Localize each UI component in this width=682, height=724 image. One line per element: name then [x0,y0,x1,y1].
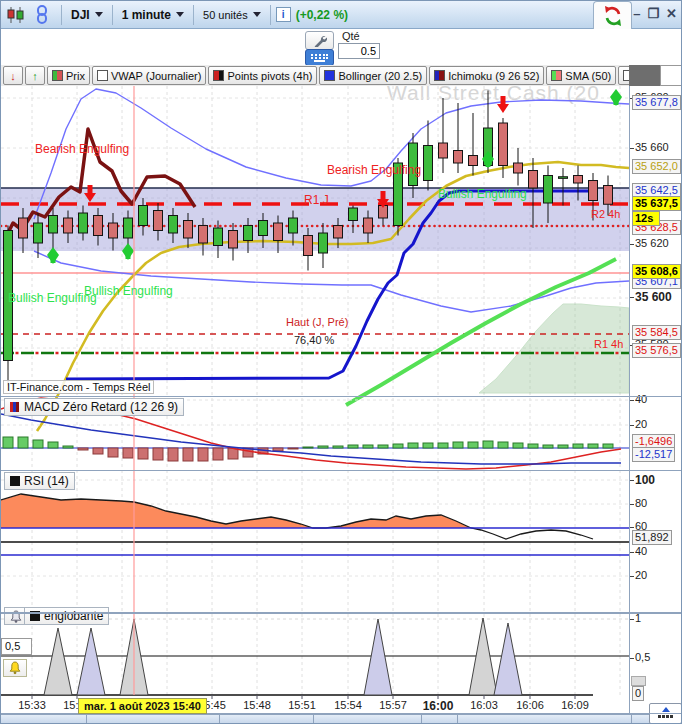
legend-item-label: Prix [66,70,85,82]
maximize-button[interactable]: ❐ [647,6,659,21]
macd-bar [78,448,88,450]
candle [364,218,373,233]
price-axis-gutter: 35 68035 66035 62035 60035 58035 677,835… [629,86,682,714]
candle [334,226,343,239]
macd-bar [198,448,208,461]
bearish-arrow-icon [497,104,509,113]
macd-bar [153,448,163,460]
chart-type-candlestick-icon[interactable] [4,3,28,27]
macd-bar [48,442,58,448]
axis-tick [630,480,634,481]
cursor-date-tooltip: mar. 1 août 2023 15:40 [78,698,207,714]
chevron-down-icon [176,12,184,17]
candle [259,221,268,236]
quantity-input[interactable] [338,43,380,59]
chevron-down-icon [95,12,103,17]
settings-wrench-button[interactable] [305,31,334,50]
axis-tick [630,619,634,620]
overlay-bollinger-lower [34,251,629,312]
macd-panel-label[interactable]: MACD Zéro Retard (12 26 9) [4,398,184,416]
units-dropdown[interactable]: 50 unités [199,9,265,21]
axis-tick [630,658,634,659]
legend-item-label: SMA (50) [565,70,611,82]
candle [349,208,358,221]
engulf-left-level-label: 0,5 [1,638,32,655]
macd-bar [213,448,223,460]
rsi-icon [10,476,20,486]
axis-tick [630,527,634,528]
scroll-price-down-button[interactable]: ↓ [3,66,23,85]
indicator-legend-bar: ↓↑PrixVWAP (Journalier)Points pivots (4h… [1,65,629,86]
axis-value-box: 35 637,5 [632,196,681,211]
time-axis-label: 15:33 [10,699,54,711]
macd-bar [528,444,538,448]
scrollbar-tick [219,715,220,724]
main-toolbar: DJI 1 minute 50 unités i (+0,22 %) [1,1,682,29]
candle [469,156,478,166]
scroll-price-up-button[interactable]: ↑ [25,66,45,85]
macd-bar [513,443,523,448]
legend-scroll-box[interactable] [660,65,682,86]
toolbar-separator [193,5,194,25]
legend-item-ichimoku-9-26-52-[interactable]: Ichimoku (9 26 52) [429,66,544,85]
axis-label: 20 [635,569,647,581]
legend-overflow-area [629,65,660,86]
macd-bar [63,446,73,448]
annotation-r2-4h: R2 4h [591,208,620,220]
candle [79,213,88,233]
macd-bar [288,448,298,449]
rsi-panel-label[interactable]: RSI (14) [4,472,75,490]
candle [19,218,28,238]
annotation-bearish-engulfing: Bearish Engulfing [35,142,129,156]
horizontal-scrollbar[interactable] [1,714,682,724]
legend-item-sma-20[interactable]: SMA (20 [618,66,629,85]
axis-tick [630,576,634,577]
candle [499,123,508,166]
info-icon[interactable]: i [276,7,291,22]
candle [94,216,103,236]
minimize-button[interactable]: – [633,6,640,21]
macd-bar [123,448,133,458]
candle [529,171,538,189]
macd-bar [603,444,613,448]
alarm-bell-button[interactable] [3,659,27,677]
candle [514,163,523,173]
legend-item-vwap-journalier-[interactable]: VWAP (Journalier) [92,66,206,85]
candle [424,146,433,181]
close-button[interactable]: ✕ [666,6,677,21]
panel-separator [1,396,682,397]
link-chain-icon[interactable] [30,3,54,27]
legend-item-label: Ichimoku (9 26 52) [448,70,539,82]
time-axis-label: 16:06 [508,699,552,711]
axis-label: 20 [635,418,647,430]
legend-item-points-pivots-4h-[interactable]: Points pivots (4h) [208,66,317,85]
engulf-panel-label[interactable]: englobante [24,607,109,625]
panel-separator [1,470,682,471]
legend-item-sma-50-[interactable]: SMA (50) [546,66,616,85]
axis-label: 0,5 [635,651,650,663]
symbol-dropdown[interactable]: DJI [67,8,107,22]
macd-bar [558,445,568,448]
keyboard-button[interactable] [305,49,334,66]
engulf-spike [494,623,522,695]
axis-value-box: 35 677,8 [632,95,681,110]
candle [604,186,613,205]
axis-tick [630,400,634,401]
macd-bar [333,446,343,448]
axis-tick [630,244,634,245]
macd-bar [318,446,328,448]
axis-label: 40 [635,393,647,405]
macd-icon [10,402,20,412]
legend-item-bollinger-20-2-5-[interactable]: Bollinger (20 2.5) [319,66,427,85]
toolbar-separator [112,5,113,25]
legend-item-label: VWAP (Journalier) [111,70,201,82]
axis-scrollbar-thumb[interactable] [631,676,646,686]
legend-item-prix[interactable]: Prix [47,66,90,85]
annotation-bullish-engulfing: Bullish Engulfing [8,291,97,305]
axis-value-box: 35 576,5 [632,343,681,358]
axis-tick [630,425,634,426]
timeframe-dropdown[interactable]: 1 minute [118,8,188,22]
refresh-button[interactable] [593,1,632,30]
candle [439,143,448,158]
axis-tick [630,552,634,553]
